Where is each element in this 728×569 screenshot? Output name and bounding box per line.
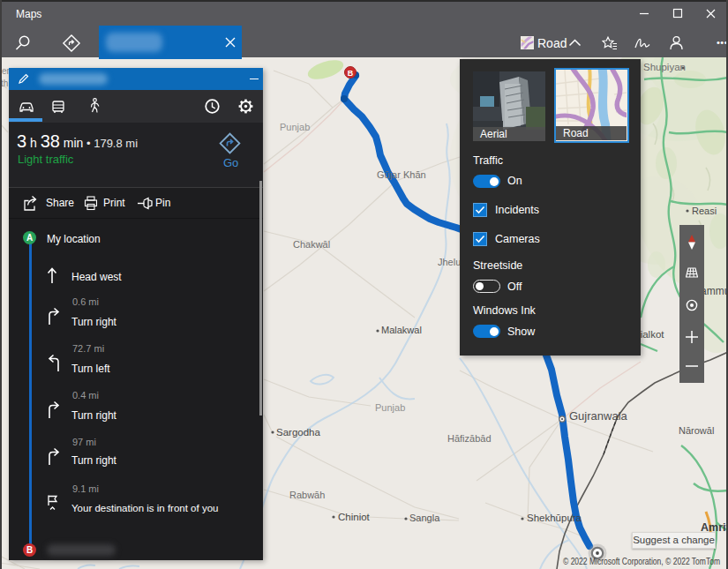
- svg-text:Nārowāl: Nārowāl: [679, 425, 714, 436]
- svg-text:Punjab: Punjab: [280, 122, 310, 132]
- svg-text:B: B: [348, 69, 354, 78]
- svg-text:Reasi: Reasi: [692, 206, 717, 216]
- svg-text:Gūjar Khān: Gūjar Khān: [377, 169, 426, 180]
- svg-text:© 2022 Microsoft Corporation,: © 2022 Microsoft Corporation, © 2022 Tom…: [563, 557, 720, 566]
- svg-text:Punjab: Punjab: [375, 402, 405, 413]
- svg-text:Rabwāh: Rabwāh: [289, 490, 325, 500]
- svg-text:Hāfizābād: Hāfizābād: [447, 433, 492, 444]
- svg-text:Sangla: Sangla: [409, 513, 440, 523]
- svg-text:Sargodha: Sargodha: [276, 427, 320, 438]
- svg-text:Malakwal: Malakwal: [381, 325, 422, 335]
- svg-text:Chiniot: Chiniot: [338, 512, 371, 522]
- svg-text:Shekhūpura: Shekhūpura: [527, 513, 582, 523]
- svg-text:th: th: [1, 79, 8, 88]
- svg-text:Shupiyan: Shupiyan: [643, 62, 686, 72]
- svg-text:Gujranwala: Gujranwala: [569, 409, 628, 423]
- svg-text:Chakwāl: Chakwāl: [293, 239, 330, 250]
